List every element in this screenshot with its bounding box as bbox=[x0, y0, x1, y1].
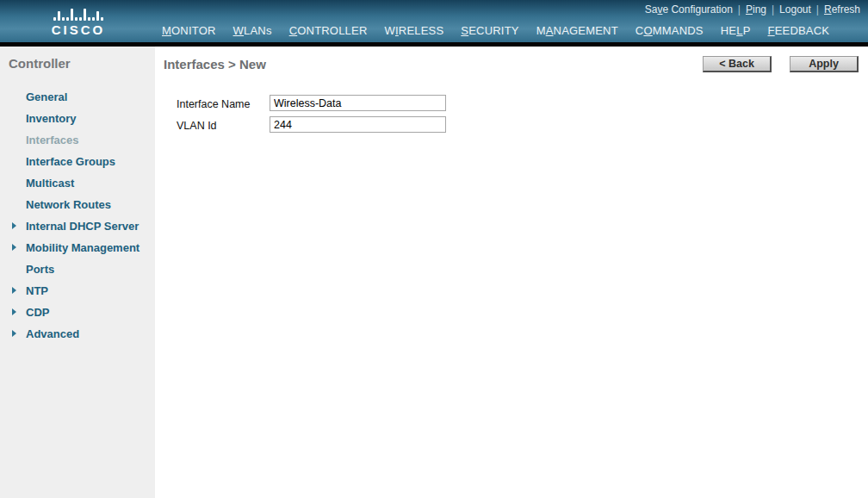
sidebar-item-multicast[interactable]: Multicast bbox=[0, 172, 155, 194]
interface-name-input[interactable] bbox=[270, 95, 446, 111]
separator: | bbox=[738, 3, 741, 16]
separator: | bbox=[772, 3, 774, 16]
main-nav: MONITORWLANsCONTROLLERWIRELESSSECURITYMA… bbox=[156, 19, 840, 42]
sidebar-item-interfaces: Interfaces bbox=[0, 129, 155, 151]
sidebar-item-label: Network Routes bbox=[26, 198, 111, 211]
top-link-save-configuration[interactable]: Save Configuration bbox=[645, 3, 733, 16]
sidebar-item-label: General bbox=[26, 90, 67, 103]
sidebar-item-label: Inventory bbox=[26, 112, 77, 125]
page-title: Interfaces > New bbox=[164, 57, 266, 72]
expand-arrow-icon[interactable] bbox=[12, 222, 16, 229]
sidebar-item-label: Multicast bbox=[26, 177, 74, 190]
expand-arrow-icon[interactable] bbox=[12, 330, 16, 337]
form-row-vlan-id: VLAN Id bbox=[155, 116, 868, 138]
nav-tab-feedback[interactable]: FEEDBACK bbox=[762, 19, 836, 42]
sidebar-item-label: CDP bbox=[26, 306, 49, 319]
interface-name-label: Interface Name bbox=[177, 98, 250, 110]
sidebar-item-label: Interfaces bbox=[26, 134, 78, 146]
nav-tab-commands[interactable]: COMMANDS bbox=[629, 19, 710, 42]
vlan-id-input[interactable] bbox=[270, 116, 446, 133]
nav-tab-monitor[interactable]: MONITOR bbox=[156, 19, 222, 42]
expand-arrow-icon[interactable] bbox=[12, 287, 16, 294]
top-link-refresh[interactable]: Refresh bbox=[824, 3, 860, 16]
top-link-logout[interactable]: Logout bbox=[779, 3, 811, 16]
cisco-logo: CISCO bbox=[48, 7, 108, 37]
sidebar-item-label: Interface Groups bbox=[26, 155, 115, 168]
expand-arrow-icon[interactable] bbox=[12, 244, 16, 251]
sidebar-item-ports[interactable]: Ports bbox=[0, 258, 155, 280]
sidebar-item-cdp[interactable]: CDP bbox=[0, 302, 155, 323]
nav-tab-wireless[interactable]: WIRELESS bbox=[379, 19, 450, 42]
sidebar-item-label: Advanced bbox=[26, 327, 79, 340]
nav-tab-wlans[interactable]: WLANs bbox=[227, 19, 278, 42]
main-content: Interfaces > New < Back Apply Interface … bbox=[155, 47, 868, 498]
top-link-ping[interactable]: Ping bbox=[746, 3, 766, 16]
vlan-id-label: VLAN Id bbox=[177, 120, 217, 132]
sidebar-item-advanced[interactable]: Advanced bbox=[0, 323, 155, 345]
cisco-logo-text: CISCO bbox=[48, 22, 108, 37]
interface-form: Interface Name VLAN Id bbox=[155, 95, 868, 138]
utility-links: Save Configuration|Ping|Logout|Refresh bbox=[645, 3, 860, 16]
sidebar-item-label: Ports bbox=[26, 263, 54, 276]
form-row-interface-name: Interface Name bbox=[155, 95, 868, 116]
action-buttons: < Back Apply bbox=[703, 56, 859, 72]
sidebar-item-general[interactable]: General bbox=[0, 86, 155, 108]
nav-tab-management[interactable]: MANAGEMENT bbox=[530, 19, 624, 42]
separator: | bbox=[816, 3, 819, 16]
cisco-logo-bars-icon bbox=[48, 7, 108, 21]
sidebar-item-internal-dhcp-server[interactable]: Internal DHCP Server bbox=[0, 215, 155, 237]
nav-tab-security[interactable]: SECURITY bbox=[455, 19, 524, 42]
sidebar-item-mobility-management[interactable]: Mobility Management bbox=[0, 237, 155, 258]
sidebar-item-label: NTP bbox=[26, 284, 48, 297]
nav-tab-help[interactable]: HELP bbox=[715, 19, 757, 42]
sidebar-item-label: Mobility Management bbox=[26, 241, 140, 254]
sidebar-item-network-routes[interactable]: Network Routes bbox=[0, 194, 155, 215]
sidebar: Controller GeneralInventoryInterfacesInt… bbox=[0, 47, 155, 498]
sidebar-item-label: Internal DHCP Server bbox=[26, 220, 139, 233]
sidebar-menu: GeneralInventoryInterfacesInterface Grou… bbox=[0, 86, 155, 345]
apply-button[interactable]: Apply bbox=[790, 56, 859, 72]
header-bar: CISCO Save Configuration|Ping|Logout|Ref… bbox=[0, 0, 868, 47]
sidebar-item-interface-groups[interactable]: Interface Groups bbox=[0, 151, 155, 172]
expand-arrow-icon[interactable] bbox=[12, 308, 16, 315]
nav-tab-controller[interactable]: CONTROLLER bbox=[283, 19, 374, 42]
sidebar-item-ntp[interactable]: NTP bbox=[0, 280, 155, 302]
sidebar-title: Controller bbox=[9, 56, 155, 71]
back-button[interactable]: < Back bbox=[703, 56, 772, 72]
sidebar-item-inventory[interactable]: Inventory bbox=[0, 108, 155, 129]
